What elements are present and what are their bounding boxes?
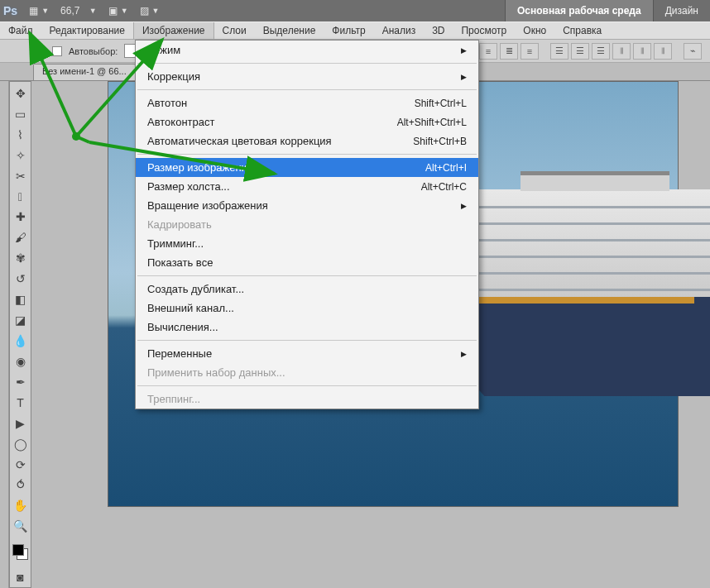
menu-item: Кадрировать xyxy=(136,215,478,234)
menu-item[interactable]: Режим▶ xyxy=(136,41,478,60)
menu-edit[interactable]: Редактирование xyxy=(41,22,133,39)
align-middle-icon[interactable]: ☰ xyxy=(571,43,589,60)
tool-eyedropper[interactable]: 𓃑 xyxy=(10,187,31,207)
menu-item-shortcut: Shift+Ctrl+B xyxy=(413,136,467,147)
distribute-h-icon[interactable]: ⫴ xyxy=(612,43,631,60)
menu-item-shortcut: Alt+Shift+Ctrl+L xyxy=(397,117,467,128)
menu-item[interactable]: Коррекция▶ xyxy=(136,67,478,86)
tool-3d-orbit[interactable]: ⥀ xyxy=(10,476,31,495)
menu-item-label: Режим xyxy=(147,44,456,56)
menu-item-label: Создать дубликат... xyxy=(147,283,467,295)
menu-item[interactable]: Автоматическая цветовая коррекцияShift+C… xyxy=(136,131,478,151)
align-right-icon[interactable]: ≡ xyxy=(521,43,539,60)
auto-align-icon[interactable]: ⌁ xyxy=(684,43,702,60)
tool-wand[interactable]: ✧ xyxy=(10,146,31,165)
toolbox: ✥ ▭ ⌇ ✧ ✂ 𓃑 ✚ 🖌 ✾ ↺ ◧ ◪ 💧 ◉ ✒ T ▶ ◯ ⟳ ⥀ … xyxy=(9,81,31,588)
tool-pen[interactable]: ✒ xyxy=(10,372,31,392)
menu-item-label: Треппинг... xyxy=(147,393,467,405)
menu-item[interactable]: Размер холста...Alt+Ctrl+C xyxy=(136,177,478,196)
tool-eraser[interactable]: ◧ xyxy=(10,289,31,309)
menu-item-label: Вычисления... xyxy=(147,321,467,333)
align-top-icon[interactable]: ☰ xyxy=(550,43,568,60)
menu-analysis[interactable]: Анализ xyxy=(374,22,425,39)
image-menu-dropdown: Режим▶Коррекция▶АвтотонShift+Ctrl+LАвток… xyxy=(135,40,479,409)
tool-quickmask[interactable]: ◙ xyxy=(10,567,31,587)
menu-separator xyxy=(137,340,477,341)
menu-item-label: Переменные xyxy=(147,347,456,360)
distribute-v-icon[interactable]: ⫴ xyxy=(633,43,651,60)
document-tab[interactable]: Без имени-1 @ 66... xyxy=(33,64,136,80)
menu-item-shortcut: Alt+Ctrl+I xyxy=(425,162,467,174)
menu-item-label: Внешний канал... xyxy=(147,302,467,314)
menu-3d[interactable]: 3D xyxy=(424,22,453,39)
autoselect-label: Автовыбор: xyxy=(69,46,118,56)
menu-item[interactable]: Переменные▶ xyxy=(136,344,478,363)
menu-item[interactable]: АвтотонShift+Ctrl+L xyxy=(136,93,478,112)
menu-item[interactable]: Тримминг... xyxy=(136,234,478,253)
tool-gradient[interactable]: ◪ xyxy=(10,310,31,330)
menu-item[interactable]: Создать дубликат... xyxy=(136,280,478,299)
menu-window[interactable]: Окно xyxy=(515,22,554,39)
menu-item-label: Размер изображения... xyxy=(147,161,425,174)
menu-item-label: Размер холста... xyxy=(147,180,421,193)
tool-history-brush[interactable]: ↺ xyxy=(10,269,31,289)
distribute-w-icon[interactable]: ⫴ xyxy=(654,43,672,60)
menu-item-label: Автоконтраст xyxy=(147,116,397,128)
menu-filter[interactable]: Фильтр xyxy=(324,22,373,39)
menubar: Файл Редактирование Изображение Слои Выд… xyxy=(0,22,710,40)
menu-help[interactable]: Справка xyxy=(554,22,610,39)
menu-item[interactable]: Вращение изображения▶ xyxy=(136,196,478,215)
menu-item[interactable]: Внешний канал... xyxy=(136,299,478,318)
tool-move[interactable]: ✥ xyxy=(10,84,31,103)
tool-type[interactable]: T xyxy=(10,393,31,413)
tool-dodge[interactable]: ◉ xyxy=(10,351,31,371)
menu-image[interactable]: Изображение xyxy=(133,22,214,39)
workspace-tab-main[interactable]: Основная рабочая среда xyxy=(505,0,653,22)
menu-view[interactable]: Просмотр xyxy=(453,22,515,39)
menu-separator xyxy=(137,89,477,90)
menu-separator xyxy=(137,275,477,276)
align-center-icon[interactable]: ≣ xyxy=(500,43,518,60)
align-left-icon[interactable]: ≡ xyxy=(479,43,497,60)
menu-layers[interactable]: Слои xyxy=(214,22,255,39)
tool-brush[interactable]: 🖌 xyxy=(10,227,31,247)
menu-item[interactable]: АвтоконтрастAlt+Shift+Ctrl+L xyxy=(136,112,478,131)
panel-strip xyxy=(0,81,9,588)
tool-hand[interactable]: ✋ xyxy=(10,495,31,515)
tool-crop[interactable]: ✂ xyxy=(10,166,31,186)
tool-shape[interactable]: ◯ xyxy=(10,434,31,454)
menu-separator xyxy=(137,154,477,155)
submenu-arrow-icon: ▶ xyxy=(461,73,467,81)
tool-path-select[interactable]: ▶ xyxy=(10,414,31,433)
workspace-tab-design[interactable]: Дизайн xyxy=(653,0,710,22)
menu-item-label: Автотон xyxy=(147,97,415,109)
tool-zoom[interactable]: 🔍 xyxy=(10,516,31,536)
screen-mode-icon[interactable]: ▣▼ xyxy=(108,5,128,17)
color-swatches[interactable] xyxy=(10,542,31,566)
tool-marquee[interactable]: ▭ xyxy=(10,104,31,124)
doc-arrange-icon[interactable]: ▦▼ xyxy=(29,5,49,17)
tool-healing[interactable]: ✚ xyxy=(10,208,31,227)
menu-select[interactable]: Выделение xyxy=(255,22,324,39)
submenu-arrow-icon: ▶ xyxy=(461,46,467,55)
tool-lasso[interactable]: ⌇ xyxy=(10,125,31,145)
menu-item-shortcut: Shift+Ctrl+L xyxy=(415,98,467,109)
menu-item[interactable]: Вычисления... xyxy=(136,318,478,337)
tool-3d-rotate[interactable]: ⟳ xyxy=(10,455,31,475)
menu-item-label: Автоматическая цветовая коррекция xyxy=(147,135,413,147)
menu-item-label: Тримминг... xyxy=(147,237,467,250)
view-extras-icon[interactable]: ▨▼ xyxy=(140,5,160,17)
tool-stamp[interactable]: ✾ xyxy=(10,248,31,268)
menu-item-label: Показать все xyxy=(147,256,467,269)
menu-item[interactable]: Размер изображения...Alt+Ctrl+I xyxy=(136,158,478,177)
submenu-arrow-icon: ▶ xyxy=(461,202,467,210)
foreground-swatch[interactable] xyxy=(12,544,24,556)
menu-file[interactable]: Файл xyxy=(0,22,41,39)
zoom-display[interactable]: 66,7 ▼ xyxy=(60,5,97,17)
autoselect-checkbox[interactable] xyxy=(52,46,62,56)
menu-separator xyxy=(137,63,477,64)
menu-item-label: Применить набор данных... xyxy=(147,366,467,379)
menu-item[interactable]: Показать все xyxy=(136,253,478,272)
align-bottom-icon[interactable]: ☰ xyxy=(592,43,610,60)
tool-blur[interactable]: 💧 xyxy=(10,331,31,351)
